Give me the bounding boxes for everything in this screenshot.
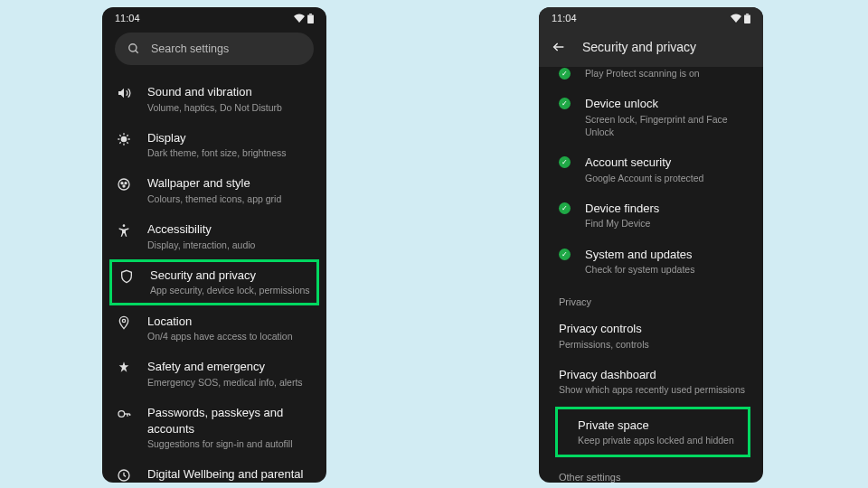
svg-line-10	[127, 142, 127, 143]
setting-subtitle: Show which apps recently used permission…	[559, 383, 750, 396]
status-icons	[731, 14, 750, 23]
setting-subtitle: Google Account is protected	[585, 172, 750, 184]
check-icon: ✓	[559, 202, 571, 214]
svg-point-15	[125, 183, 127, 184]
setting-subtitle: On/4 apps have access to location	[147, 330, 314, 343]
status-time: 11:04	[552, 13, 577, 23]
svg-rect-0	[307, 14, 314, 23]
setting-passwords[interactable]: Passwords, passkeys and accountsSuggesti…	[102, 397, 326, 458]
display-icon	[115, 130, 133, 146]
setting-title: Wallpaper and style	[147, 175, 314, 192]
battery-icon	[307, 14, 314, 23]
setting-title: System and updates	[585, 247, 750, 263]
setting-title: Passwords, passkeys and accounts	[147, 405, 314, 436]
setting-subtitle: Volume, haptics, Do Not Disturb	[147, 101, 314, 114]
svg-line-11	[119, 142, 120, 143]
setting-title: Account security	[585, 155, 750, 171]
check-app-security[interactable]: ✓Play Protect scanning is on	[539, 58, 763, 88]
setting-safety[interactable]: Safety and emergencyEmergency SOS, medic…	[102, 351, 326, 397]
check-icon: ✓	[559, 68, 571, 80]
setting-subtitle: Emergency SOS, medical info, alerts	[147, 376, 314, 389]
check-account-security[interactable]: ✓Account securityGoogle Account is prote…	[539, 146, 763, 192]
setting-title: Location	[147, 314, 314, 330]
setting-security[interactable]: Security and privacyApp security, device…	[109, 259, 319, 305]
setting-title: Accessibility	[147, 221, 314, 238]
settings-list: Sound and vibrationVolume, haptics, Do N…	[102, 72, 326, 483]
location-icon	[115, 314, 133, 330]
setting-title: Safety and emergency	[147, 359, 314, 375]
accessibility-icon	[115, 221, 133, 238]
setting-title: Privacy controls	[559, 321, 750, 337]
status-bar: 11:04	[539, 7, 763, 29]
check-icon: ✓	[559, 98, 571, 109]
svg-point-13	[118, 179, 129, 190]
setting-subtitle: Permissions, controls	[559, 338, 750, 351]
page-title: Security and privacy	[582, 40, 696, 54]
setting-title: Display	[147, 130, 314, 146]
wifi-icon	[731, 14, 741, 23]
svg-point-17	[123, 224, 126, 227]
status-time: 11:04	[115, 13, 140, 23]
setting-accessibility[interactable]: AccessibilityDisplay, interaction, audio	[102, 213, 326, 259]
security-icon	[118, 267, 136, 284]
setting-title: Private space	[578, 418, 735, 434]
svg-point-19	[118, 411, 125, 418]
svg-point-16	[123, 185, 125, 187]
svg-point-2	[129, 44, 137, 52]
setting-subtitle: Find My Device	[585, 217, 750, 230]
setting-wallpaper[interactable]: Wallpaper and styleColours, themed icons…	[102, 167, 326, 213]
passwords-icon	[115, 405, 133, 421]
phone-security-privacy: 11:04 Security and privacy ✓Play Protect…	[539, 7, 763, 483]
setting-subtitle: Keep private apps locked and hidden	[578, 434, 735, 446]
wallpaper-icon	[115, 175, 133, 192]
setting-title: Sound and vibration	[147, 84, 314, 100]
setting-subtitle: Display, interaction, audio	[147, 239, 314, 251]
setting-title: Device finders	[585, 201, 750, 217]
setting-subtitle: Dark theme, font size, brightness	[147, 146, 314, 159]
setting-title: Privacy dashboard	[559, 367, 750, 383]
status-bar: 11:04	[102, 7, 326, 29]
phone-settings-main: 11:04 Search settings Sound and vibratio…	[102, 7, 326, 483]
safety-icon	[115, 359, 133, 375]
setting-wellbeing[interactable]: Digital Wellbeing and parental controls	[102, 458, 326, 483]
setting-subtitle: Suggestions for sign-in and autofill	[147, 437, 314, 450]
setting-subtitle: Screen lock, Fingerprint and Face Unlock	[585, 113, 750, 138]
svg-point-14	[121, 183, 123, 184]
wellbeing-icon	[115, 466, 133, 483]
check-device-unlock[interactable]: ✓Device unlockScreen lock, Fingerprint a…	[539, 88, 763, 146]
svg-rect-1	[309, 14, 312, 14]
setting-subtitle: Colours, themed icons, app grid	[147, 192, 314, 205]
setting-subtitle: App security, device lock, permissions	[150, 284, 311, 296]
status-icons	[294, 14, 314, 23]
svg-line-3	[136, 51, 138, 53]
back-button[interactable]	[552, 40, 566, 54]
setting-subtitle: Play Protect scanning is on	[585, 67, 750, 80]
search-icon	[127, 42, 140, 55]
item-private-space[interactable]: Private spaceKeep private apps locked an…	[555, 407, 750, 458]
section-other: Other settings	[539, 459, 763, 483]
setting-display[interactable]: DisplayDark theme, font size, brightness	[102, 122, 326, 168]
battery-icon	[744, 14, 750, 23]
setting-location[interactable]: LocationOn/4 apps have access to locatio…	[102, 305, 326, 352]
setting-title: Digital Wellbeing and parental controls	[147, 466, 314, 483]
item-privacy-dashboard[interactable]: Privacy dashboardShow which apps recentl…	[539, 359, 763, 405]
svg-point-4	[121, 136, 126, 141]
item-privacy-controls[interactable]: Privacy controlsPermissions, controls	[539, 313, 763, 359]
setting-subtitle: Check for system updates	[585, 263, 750, 276]
check-icon: ✓	[559, 249, 571, 260]
setting-title: Security and privacy	[150, 267, 311, 284]
search-bar[interactable]: Search settings	[115, 33, 314, 65]
svg-point-18	[122, 319, 125, 322]
check-icon: ✓	[559, 156, 571, 168]
check-device-finders[interactable]: ✓Device findersFind My Device	[539, 192, 763, 239]
sound-icon	[115, 84, 133, 100]
setting-title: Device unlock	[585, 96, 750, 112]
setting-sound[interactable]: Sound and vibrationVolume, haptics, Do N…	[102, 76, 326, 122]
svg-line-9	[119, 135, 120, 136]
security-list: ✓Play Protect scanning is on✓Device unlo…	[539, 58, 763, 483]
wifi-icon	[294, 14, 305, 23]
check-system-updates[interactable]: ✓System and updatesCheck for system upda…	[539, 239, 763, 285]
svg-rect-24	[744, 14, 750, 23]
svg-rect-25	[746, 14, 749, 14]
svg-line-12	[127, 135, 127, 136]
